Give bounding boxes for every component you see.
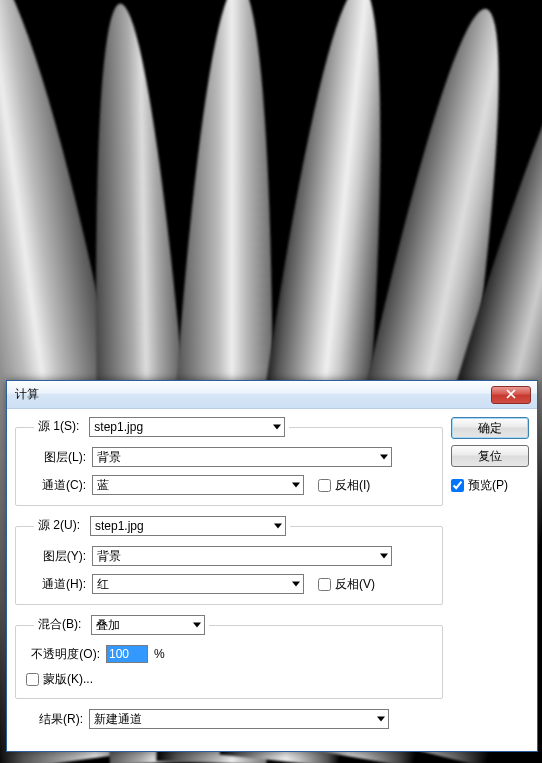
source2-layer-select[interactable]: 背景 bbox=[92, 546, 392, 566]
source1-layer-label: 图层(L): bbox=[26, 449, 86, 466]
result-value: 新建通道 bbox=[94, 711, 142, 728]
source1-channel-value: 蓝 bbox=[97, 477, 109, 494]
source1-layer-value: 背景 bbox=[97, 449, 121, 466]
preview-checkbox[interactable]: 预览(P) bbox=[451, 477, 529, 494]
result-label: 结果(R): bbox=[15, 711, 83, 728]
chevron-down-icon bbox=[292, 582, 300, 587]
source2-group: 源 2(U): step1.jpg 图层(Y): 背景 通道(H): bbox=[15, 516, 443, 605]
close-icon bbox=[506, 388, 516, 402]
source1-channel-select[interactable]: 蓝 bbox=[92, 475, 304, 495]
reset-button[interactable]: 复位 bbox=[451, 445, 529, 467]
preview-label: 预览(P) bbox=[468, 477, 508, 494]
source1-layer-select[interactable]: 背景 bbox=[92, 447, 392, 467]
opacity-input[interactable] bbox=[106, 645, 148, 663]
source1-legend: 源 1(S): step1.jpg bbox=[34, 417, 289, 437]
source1-file-value: step1.jpg bbox=[94, 420, 143, 434]
source2-channel-value: 红 bbox=[97, 576, 109, 593]
chevron-down-icon bbox=[377, 717, 385, 722]
blend-group: 混合(B): 叠加 不透明度(O): % 蒙版(K)... bbox=[15, 615, 443, 699]
blend-legend: 混合(B): 叠加 bbox=[34, 615, 209, 635]
chevron-down-icon bbox=[292, 483, 300, 488]
dialog-titlebar[interactable]: 计算 bbox=[7, 381, 537, 409]
chevron-down-icon bbox=[274, 524, 282, 529]
source1-channel-label: 通道(C): bbox=[26, 477, 86, 494]
chevron-down-icon bbox=[380, 455, 388, 460]
close-button[interactable] bbox=[491, 386, 531, 404]
result-select[interactable]: 新建通道 bbox=[89, 709, 389, 729]
source2-channel-label: 通道(H): bbox=[26, 576, 86, 593]
source1-invert-input[interactable] bbox=[318, 479, 331, 492]
blend-mode-value: 叠加 bbox=[96, 617, 120, 634]
preview-input[interactable] bbox=[451, 479, 464, 492]
source1-file-select[interactable]: step1.jpg bbox=[89, 417, 285, 437]
source1-invert-label: 反相(I) bbox=[335, 477, 370, 494]
result-row: 结果(R): 新建通道 bbox=[15, 709, 443, 729]
source2-invert-input[interactable] bbox=[318, 578, 331, 591]
source1-invert-checkbox[interactable]: 反相(I) bbox=[318, 477, 370, 494]
mask-input[interactable] bbox=[26, 673, 39, 686]
source2-legend: 源 2(U): step1.jpg bbox=[34, 516, 290, 536]
dialog-title: 计算 bbox=[15, 386, 39, 403]
calculations-dialog: 计算 源 1(S): step1.jpg 图层(L): bbox=[6, 380, 538, 752]
chevron-down-icon bbox=[273, 425, 281, 430]
blend-mode-select[interactable]: 叠加 bbox=[91, 615, 205, 635]
source2-layer-label: 图层(Y): bbox=[26, 548, 86, 565]
opacity-label: 不透明度(O): bbox=[26, 646, 100, 663]
source2-invert-checkbox[interactable]: 反相(V) bbox=[318, 576, 375, 593]
chevron-down-icon bbox=[193, 623, 201, 628]
ok-button[interactable]: 确定 bbox=[451, 417, 529, 439]
source2-file-value: step1.jpg bbox=[95, 519, 144, 533]
chevron-down-icon bbox=[380, 554, 388, 559]
opacity-suffix: % bbox=[154, 647, 165, 661]
source2-layer-value: 背景 bbox=[97, 548, 121, 565]
source1-group: 源 1(S): step1.jpg 图层(L): 背景 通道(C): bbox=[15, 417, 443, 506]
source2-file-select[interactable]: step1.jpg bbox=[90, 516, 286, 536]
mask-label: 蒙版(K)... bbox=[43, 671, 93, 688]
mask-checkbox[interactable]: 蒙版(K)... bbox=[26, 671, 93, 688]
source2-channel-select[interactable]: 红 bbox=[92, 574, 304, 594]
source2-invert-label: 反相(V) bbox=[335, 576, 375, 593]
